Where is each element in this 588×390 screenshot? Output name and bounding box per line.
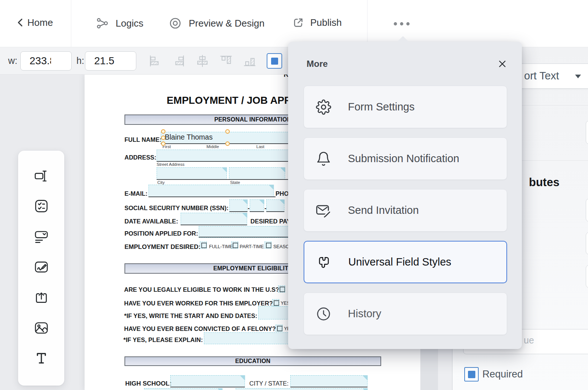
tool-dropdown[interactable]	[34, 229, 49, 244]
panel-input-stub-2[interactable]	[586, 199, 588, 222]
more-menu-button[interactable]	[393, 21, 410, 28]
menu-item-universal-field-styles[interactable]: Universal Field Styles	[304, 241, 507, 283]
tool-text[interactable]	[34, 350, 49, 366]
pdf-field-hs-city-state[interactable]	[290, 375, 368, 387]
align-center-button[interactable]	[196, 54, 209, 68]
selection-handle-top-left[interactable]	[161, 129, 165, 134]
pdf-label-city: City	[157, 181, 165, 185]
pdf-label-ssn: SOCIAL SECURITY NUMBER (SSN):	[124, 205, 229, 211]
align-right-icon	[172, 54, 185, 68]
pdf-label-street-address: Street Address	[157, 162, 184, 167]
width-input[interactable]: 233.8	[20, 51, 72, 71]
pdf-label-high-school: HIGH SCHOOL:	[125, 380, 172, 387]
pdf-label-eligible-work: ARE YOU LEGALLY ELIGIBLE TO WORK IN THE …	[124, 287, 279, 293]
dropdown-icon	[34, 229, 49, 244]
field-corner-ear	[362, 375, 368, 381]
close-icon	[498, 60, 506, 68]
pdf-field-college-city-state[interactable]	[236, 388, 368, 390]
pdf-rule-ssn-2	[250, 211, 264, 212]
selection-handle-bottom-left[interactable]	[161, 141, 165, 146]
attributes-heading: butes	[529, 177, 560, 188]
field-corner-ear	[242, 213, 247, 218]
selection-handle-mid-left[interactable]	[161, 136, 165, 140]
publish-label: Publish	[310, 17, 342, 28]
menu-item-send-invitation[interactable]: Send Invitation	[304, 189, 507, 232]
home-label: Home	[27, 17, 53, 28]
fill-color-toggle[interactable]	[267, 53, 282, 69]
tool-image[interactable]	[34, 320, 49, 336]
tool-text-field[interactable]	[34, 168, 49, 184]
menu-item-label: Universal Field Styles	[348, 256, 451, 268]
pdf-field-college[interactable]	[144, 388, 222, 390]
required-checkbox[interactable]	[464, 367, 479, 382]
menu-item-form-settings[interactable]: Form Settings	[304, 86, 507, 128]
image-icon	[34, 321, 49, 335]
pdf-field-email[interactable]	[148, 185, 274, 197]
popup-title: More	[307, 59, 328, 68]
pdf-checkbox-overlay-full-time[interactable]	[200, 242, 207, 249]
pdf-rule-date-available	[181, 225, 247, 225]
pdf-checkbox-overlay-seasonal[interactable]	[264, 242, 271, 249]
align-center-icon	[196, 54, 209, 68]
pdf-field-city[interactable]	[157, 167, 227, 180]
pdf-label-start-end-dates: *IF YES, WRITE THE START AND END DATES:	[124, 313, 257, 319]
bell-icon	[316, 151, 331, 167]
top-navbar: Home Logics Preview & Design Publish	[0, 0, 588, 47]
pdf-field-ssn-3[interactable]	[266, 199, 284, 212]
checklist-icon	[34, 199, 49, 213]
popup-close-button[interactable]	[498, 60, 506, 68]
value-placeholder: ue	[524, 336, 534, 345]
pdf-field-high-school[interactable]	[170, 375, 245, 387]
align-bottom-button[interactable]	[243, 54, 256, 68]
panel-input-stub-4[interactable]	[586, 265, 588, 288]
preview-design-icon	[169, 17, 182, 30]
navbar-divider-2	[367, 0, 368, 47]
gear-icon	[316, 99, 331, 115]
home-button[interactable]: Home	[16, 16, 53, 29]
align-right-button[interactable]	[172, 54, 185, 68]
pdf-label-full-name: FULL NAME:	[124, 137, 162, 143]
ellipsis-icon	[393, 21, 410, 26]
pdf-label-address: ADDRESS:	[124, 154, 156, 161]
fill-color-swatch	[271, 58, 278, 65]
tool-signature[interactable]	[34, 259, 49, 275]
navbar-divider	[71, 0, 71, 47]
chevron-down-icon	[575, 75, 581, 78]
menu-item-label: Form Settings	[348, 101, 415, 113]
pdf-checkbox-overlay-eligible-work[interactable]	[278, 285, 285, 292]
panel-input-stub-1[interactable]	[586, 121, 588, 144]
pdf-field-ssn-2[interactable]	[250, 199, 264, 212]
field-corner-ear	[242, 199, 248, 205]
paint-brush-icon	[316, 254, 332, 270]
field-corner-ear	[217, 388, 223, 390]
selection-handle-top-right[interactable]	[225, 129, 230, 134]
pdf-value-full-name[interactable]: Blaine Thomas	[165, 134, 213, 141]
pdf-field-ssn-1[interactable]	[229, 199, 247, 212]
pdf-checkbox-overlay-worked-before[interactable]	[272, 299, 279, 306]
height-input[interactable]: 21.5	[85, 51, 136, 71]
nav-item-publish[interactable]: Publish	[292, 16, 342, 29]
pdf-label-position-applied: POSITION APPLIED FOR:	[124, 230, 198, 237]
pdf-checkbox-overlay-part-time[interactable]	[231, 242, 238, 249]
selection-handle-bottom-right[interactable]	[225, 141, 230, 146]
panel-input-stub-3[interactable]	[586, 232, 588, 254]
align-left-button[interactable]	[148, 54, 162, 68]
tool-upload[interactable]	[34, 290, 49, 305]
back-chevron-icon	[16, 16, 25, 29]
nav-item-preview-design[interactable]: Preview & Design	[169, 17, 264, 30]
pdf-field-state[interactable]	[229, 167, 285, 180]
pdf-rule-ssn-3	[266, 211, 284, 212]
publish-icon	[292, 16, 305, 29]
clock-icon	[316, 306, 331, 322]
pdf-label-date-available: DATE AVAILABLE:	[124, 218, 178, 225]
pdf-checkbox-overlay-felony[interactable]	[276, 325, 283, 332]
align-top-button[interactable]	[219, 54, 233, 68]
pdf-rule-ssn-1	[229, 211, 247, 212]
pdf-field-date-available[interactable]	[181, 213, 247, 225]
tool-checklist[interactable]	[34, 198, 49, 214]
signature-icon	[34, 260, 49, 274]
menu-item-submission-notification[interactable]: Submission Notification	[304, 137, 507, 180]
nav-item-logics[interactable]: Logics	[95, 17, 143, 30]
text-field-icon	[34, 168, 49, 183]
menu-item-history[interactable]: History	[304, 292, 507, 335]
